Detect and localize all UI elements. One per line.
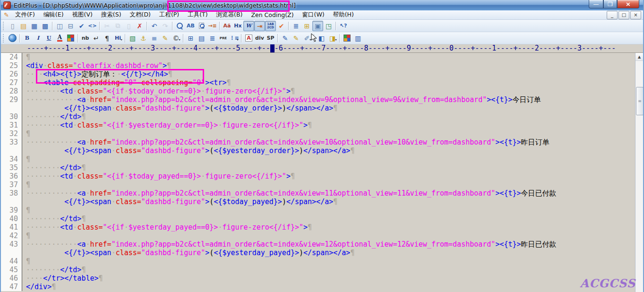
code-line[interactable]: 44¶	[1, 257, 643, 266]
code-line[interactable]: 30········</td>¶	[1, 112, 643, 121]
table-icon[interactable]: ⊞	[185, 33, 196, 43]
browser-globe-icon[interactable]	[7, 33, 18, 43]
word-wrap-icon[interactable]: W	[243, 21, 254, 31]
print-icon[interactable]: ⊟	[65, 21, 76, 31]
code-line[interactable]: 37¶	[1, 180, 643, 189]
code-line[interactable]: 43············<a·href="index.php?app=b2c…	[1, 240, 643, 249]
code-line[interactable]: 39¶	[1, 206, 643, 215]
layout-split-icon[interactable]: ◧	[316, 33, 327, 43]
scrollbar-thumb[interactable]: ≡	[636, 87, 643, 115]
heading-icon[interactable]: Hi	[112, 33, 123, 43]
bold-icon[interactable]: B	[22, 33, 33, 43]
vertical-scrollbar[interactable]: ▲ ≡	[635, 53, 643, 292]
code-line[interactable]: 47</div>¶	[1, 283, 643, 291]
code-line[interactable]: 26····<h4><{t}>定制订单：·<{/t}></h4>¶	[1, 70, 643, 78]
mdi-close-button[interactable]: ×	[630, 11, 641, 19]
paste-icon[interactable]: ▯	[123, 21, 134, 31]
line-break-icon[interactable]: ↵	[91, 33, 102, 43]
justify-icon[interactable]: ≣	[207, 33, 218, 43]
whitespace-marks-icon[interactable]: ⇥	[254, 21, 265, 31]
horizontal-rule-icon[interactable]: ≡	[149, 33, 160, 43]
frame-window-icon[interactable]: ▥	[352, 33, 363, 43]
menu-item-view[interactable]: 视图(V)	[68, 10, 97, 19]
save-all-icon[interactable]: ▩	[40, 21, 51, 31]
scrollbar-up-button[interactable]: ▲	[635, 53, 643, 61]
edit-pencil-icon[interactable]: ✎	[160, 33, 171, 43]
font-icon[interactable]: Aã	[222, 21, 232, 31]
menu-item-help[interactable]: 帮助(H)	[329, 10, 358, 19]
code-line[interactable]: 35········</td>¶	[1, 163, 643, 172]
code-line[interactable]: 46····</tr></table>¶	[1, 274, 643, 283]
toolbar-grip[interactable]	[3, 34, 5, 43]
document-tabs-icon[interactable]: ≣	[291, 21, 301, 31]
code-line[interactable]: 34¶	[1, 155, 643, 163]
menu-item-edit[interactable]: 编辑(E)	[39, 10, 68, 19]
line-numbers-icon[interactable]: 1AB2CD	[265, 21, 276, 31]
image-icon[interactable]: ▧	[127, 33, 138, 43]
redo-icon[interactable]: ↷	[160, 21, 171, 31]
div-tag-icon[interactable]: div	[254, 33, 265, 43]
code-line[interactable]: 29············<a·href="index.php?app=b2c…	[1, 95, 643, 104]
span-tag-icon[interactable]: SP	[265, 33, 276, 43]
code-area[interactable]: 24¶25<div·class="clearfix·dashbd-row">¶2…	[1, 53, 643, 291]
copyright-icon[interactable]: ©	[171, 33, 181, 43]
menu-item-zen-coding[interactable]: Zen Coding(Z)	[247, 10, 298, 19]
code-line[interactable]: 33············<a·href="index.php?app=b2c…	[1, 138, 643, 146]
editor-area[interactable]: 24¶25<div·class="clearfix·dashbd-row">¶2…	[1, 53, 643, 292]
paragraph-icon[interactable]: ¶	[102, 33, 112, 43]
list-icon[interactable]: ⋮≡	[229, 33, 240, 43]
menu-item-browser[interactable]: 浏览器(B)	[212, 10, 247, 19]
code-line[interactable]: <{/t}><span·class="dashbd-figure">(<{$ye…	[1, 249, 643, 257]
code-line[interactable]: 41········<td·class="<{if·$yesterday_pay…	[1, 223, 643, 232]
context-help-icon[interactable]: ↖?	[338, 21, 349, 31]
mdi-restore-button[interactable]: □	[618, 11, 629, 19]
open-folder-icon[interactable]: ▤	[18, 21, 29, 31]
replace-icon[interactable]: AB	[185, 21, 196, 31]
code-line[interactable]: <{/t}><span·class="dashbd-figure">(<{$to…	[1, 198, 643, 206]
theme-palette-icon[interactable]	[342, 33, 352, 43]
find-icon[interactable]	[174, 21, 185, 31]
check-icon[interactable]: ✔	[276, 21, 287, 31]
save-icon[interactable]: ▦	[29, 21, 40, 31]
mdi-minimize-button[interactable]: _	[607, 11, 618, 19]
close-button[interactable]: ×	[617, 0, 639, 9]
goto-line-icon[interactable]: →≡	[207, 21, 218, 31]
cut-icon[interactable]: ✂	[102, 21, 112, 31]
layout-grid-icon[interactable]: ◨	[327, 33, 338, 43]
print-preview-icon[interactable]: ◫	[54, 21, 65, 31]
find-in-files-icon[interactable]	[196, 21, 207, 31]
underline-icon[interactable]: U	[43, 33, 54, 43]
italic-icon[interactable]: I	[33, 33, 43, 43]
document-list-icon[interactable]: ⊞	[301, 21, 312, 31]
hex-viewer-icon[interactable]: Hx	[232, 21, 243, 31]
menu-item-search[interactable]: 搜索(S)	[97, 10, 126, 19]
script-pencil-icon[interactable]: ✎	[280, 33, 291, 43]
div-align-icon[interactable]: ▤	[196, 33, 207, 43]
code-line[interactable]: 24¶	[1, 53, 643, 61]
code-line[interactable]: 36········<td·class="<{if·$today_payed==…	[1, 172, 643, 180]
minimize-button[interactable]: —	[589, 0, 603, 9]
cliptext-icon[interactable]: <>	[87, 21, 98, 31]
pre-icon[interactable]: PRE	[218, 33, 229, 43]
anchor-icon[interactable]: ⚓	[138, 33, 149, 43]
menu-item-tools[interactable]: 工具(T)	[183, 10, 212, 19]
menu-item-window[interactable]: 窗口(W)	[298, 10, 329, 19]
open-in-browser-icon[interactable]: ◳	[323, 21, 334, 31]
font-color-icon[interactable]: A	[54, 33, 65, 43]
code-line[interactable]: 27····<table·cellpadding="0"·cellspacing…	[1, 78, 643, 87]
menu-item-document[interactable]: 文档(D)	[126, 10, 155, 19]
code-line[interactable]: <{/t}><span·class="dashbd-figure">(<{$ye…	[1, 146, 643, 155]
code-line[interactable]: 42¶	[1, 232, 643, 240]
copy-icon[interactable]: ⧉	[112, 21, 123, 31]
undo-icon[interactable]: ↶	[149, 21, 160, 31]
code-line[interactable]: 25<div·class="clearfix·dashbd-row">¶	[1, 61, 643, 70]
browser-preview-window-icon[interactable]: ▣	[312, 21, 323, 31]
nbsp-icon[interactable]: nb	[80, 33, 91, 43]
code-line[interactable]: 38············<a·href="index.php?app=b2c…	[1, 189, 643, 198]
toolbar-grip[interactable]	[3, 22, 5, 30]
delete-icon[interactable]: ✗	[134, 21, 145, 31]
code-line[interactable]: 40········</td>¶	[1, 215, 643, 223]
style-pencil-icon[interactable]: ✎	[291, 33, 301, 43]
code-line[interactable]: <{/t}><span·class="dashbd-figure">(<{$to…	[1, 104, 643, 112]
css-style-icon[interactable]: A	[243, 33, 254, 43]
